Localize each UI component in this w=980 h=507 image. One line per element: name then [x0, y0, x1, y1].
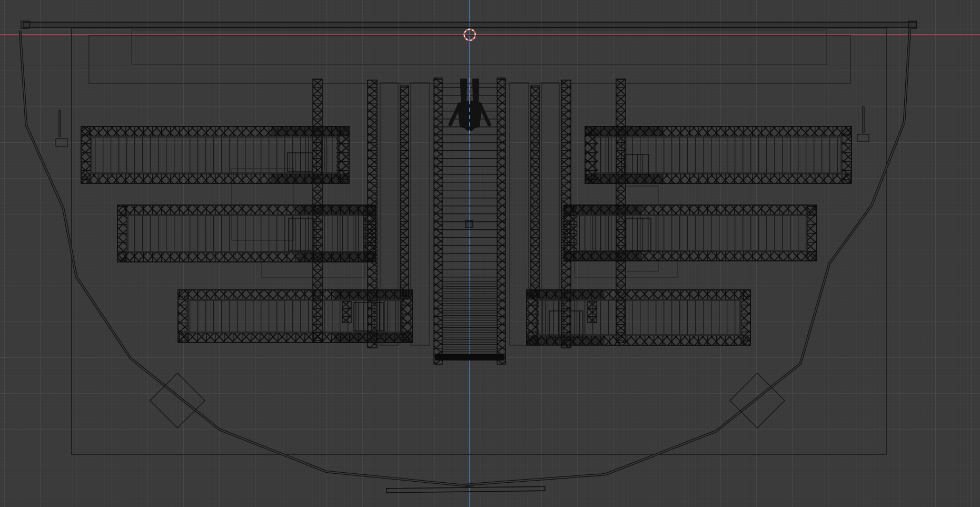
upstage-header-bar[interactable] [21, 21, 917, 28]
truss-mini-tower[interactable] [342, 301, 351, 323]
truss-tower-inner-right[interactable] [531, 86, 539, 295]
truss-mini-tower[interactable] [588, 301, 597, 323]
truss-upper-left[interactable] [81, 126, 349, 183]
side-marker-box-right[interactable] [857, 134, 869, 142]
front-thrust-bar[interactable] [387, 486, 545, 493]
viewport-scene [0, 0, 980, 507]
truss-tower-inner-left[interactable] [400, 86, 409, 295]
truss-middle-right[interactable] [564, 205, 817, 261]
truss-tower-outer-right[interactable] [616, 79, 626, 343]
truss-stair-unit[interactable] [288, 153, 313, 172]
side-marker-box-left[interactable] [56, 139, 67, 147]
side-marker-pole-right[interactable] [863, 106, 864, 133]
runway-marker-square[interactable] [466, 220, 473, 228]
truss-stair-unit[interactable] [289, 218, 314, 251]
runway-rail-right [497, 78, 506, 364]
truss-tower-mid-left[interactable] [368, 80, 377, 348]
runway-dense-stairs [442, 280, 497, 354]
truss-tower-mid-right[interactable] [561, 80, 571, 348]
truss-tower-outer-left[interactable] [313, 79, 322, 343]
tower-frame-rect[interactable] [510, 83, 529, 345]
runway-rail-left [434, 78, 442, 364]
truss-lower-right[interactable] [527, 290, 750, 345]
truss-stair-unit[interactable] [625, 154, 649, 174]
truss-stair-unit[interactable] [626, 218, 651, 251]
runway-end-cap [435, 354, 504, 360]
side-marker-pole-left[interactable] [59, 110, 61, 136]
3d-viewport[interactable] [0, 0, 980, 507]
truss-middle-left[interactable] [117, 205, 375, 262]
tower-frame-rect[interactable] [411, 83, 430, 345]
